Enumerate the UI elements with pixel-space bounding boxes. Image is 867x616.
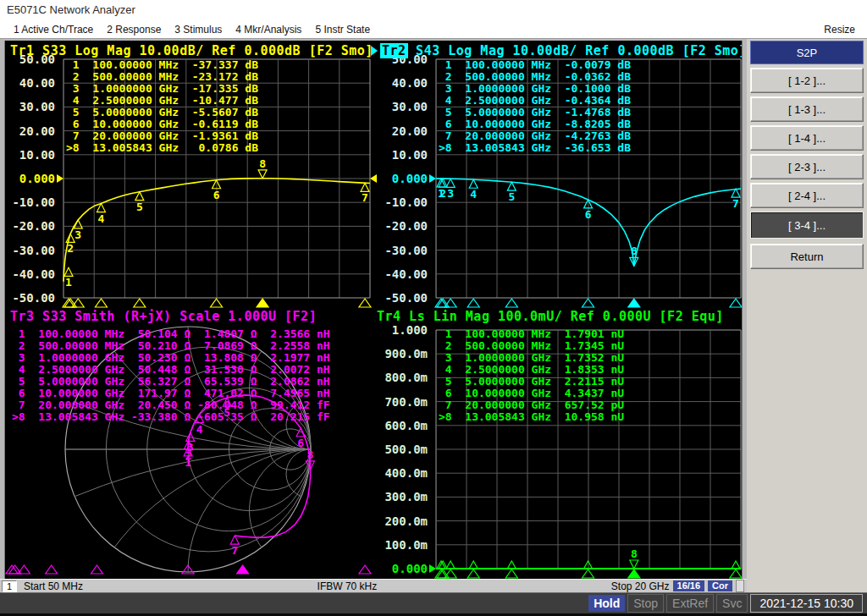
svg-text:8: 8: [307, 448, 314, 461]
svg-text:6: 6: [213, 189, 220, 201]
svg-text:10.00: 10.00: [19, 148, 55, 162]
trace1-format: S33 Log Mag 10.00dB/ Ref 0.000dB [F2 Smo…: [35, 43, 373, 58]
softkey-panel: S2P [ 1-2 ]...[ 1-3 ]...[ 1-4 ]...[ 2-3 …: [747, 39, 867, 592]
svg-text:-30.00: -30.00: [12, 244, 55, 257]
svg-text:-10.00: -10.00: [384, 195, 428, 209]
svg-text:5: 5: [136, 201, 143, 213]
svg-text:30.00: 30.00: [19, 100, 55, 113]
trace2-marker-table: 1 100.00000 MHz -0.0079 dB 2 500.00000 M…: [439, 59, 631, 154]
svg-text:4: 4: [98, 212, 105, 225]
svg-text:4: 4: [470, 188, 477, 201]
softkey-button-3-4[interactable]: [ 3-4 ]...: [750, 212, 864, 239]
trace2-header: Tr2 S43 Log Mag 10.00dB/ Ref 0.000dB [F2…: [371, 43, 747, 57]
trace1-header: Tr1 S33 Log Mag 10.00dB/ Ref 0.000dB [F2…: [10, 43, 373, 57]
trace3-name: Tr3: [10, 309, 35, 324]
trace4-name: Tr4: [377, 309, 401, 324]
trace4-marker-table: 1 100.00000 MHz 1.7901 nU 2 500.00000 MH…: [439, 328, 624, 423]
trace1-name: Tr1: [10, 43, 35, 58]
svg-text:-50.00: -50.00: [12, 291, 55, 305]
svg-text:400.0m: 400.0m: [384, 466, 428, 480]
trace2-name: Tr2: [380, 43, 408, 58]
softkey-button-1-3[interactable]: [ 1-3 ]...: [750, 96, 864, 122]
start-frequency: Start 50 MHz: [24, 580, 83, 592]
svg-text:2: 2: [67, 242, 74, 255]
trace3-marker-table: 1 100.00000 MHz 50.104 Ω 1.4807 Ω 2.3566…: [12, 328, 330, 423]
channel-status-bar: 1 Start 50 MHz IFBW 70 kHz Stop 20 GHz 1…: [0, 579, 747, 592]
svg-text:1.000: 1.000: [392, 323, 428, 337]
svg-text:7: 7: [362, 191, 368, 204]
svg-text:-10.00: -10.00: [12, 195, 55, 209]
svg-text:2: 2: [439, 187, 446, 200]
svg-text:-40.00: -40.00: [12, 267, 55, 281]
trace3-header: Tr3 S33 Smith (R+jX) Scale 1.000U [F2]: [10, 309, 317, 322]
screen-left-frame: [0, 39, 5, 579]
svg-text:7: 7: [732, 197, 739, 210]
svg-text:0.000: 0.000: [392, 562, 428, 575]
svg-text:6: 6: [585, 208, 592, 221]
menu-stimulus[interactable]: 3 Stimulus: [174, 24, 222, 36]
svg-text:8: 8: [631, 245, 638, 257]
svg-text:3: 3: [75, 228, 81, 241]
svg-text:8: 8: [631, 547, 638, 560]
softkey-button-2-4[interactable]: [ 2-4 ]...: [750, 183, 864, 208]
stop-indicator: Stop: [627, 594, 664, 613]
svg-text:-20.00: -20.00: [12, 219, 55, 233]
resize-button[interactable]: Resize: [824, 24, 855, 36]
svg-text:20.00: 20.00: [19, 124, 55, 138]
trace4-format: Ls Lin Mag 100.0mU/ Ref 0.000U [F2 Equ]: [401, 309, 724, 324]
softkey-button-2-3[interactable]: [ 2-3 ]...: [750, 154, 864, 179]
softkey-button-1-2[interactable]: [ 1-2 ]...: [750, 68, 864, 93]
svg-text:700.0m: 700.0m: [384, 395, 428, 409]
menu-active-ch-trace[interactable]: 1 Active Ch/Trace: [14, 24, 93, 36]
svg-text:3: 3: [447, 187, 454, 200]
svg-text:200.0m: 200.0m: [384, 514, 428, 528]
extref-indicator: ExtRef: [666, 594, 714, 613]
svg-text:0.000: 0.000: [19, 172, 55, 185]
screen-top-frame: [0, 39, 747, 41]
svg-text:10.00: 10.00: [392, 148, 428, 162]
svc-indicator: Svc: [716, 594, 748, 613]
menu-mkr-analysis[interactable]: 4 Mkr/Analysis: [235, 24, 301, 36]
menu-instr-state[interactable]: 5 Instr State: [315, 24, 370, 36]
application-window: E5071C Network Analyzer 1 Active Ch/Trac…: [0, 0, 867, 616]
sweep-points-badge: 16/16: [673, 580, 705, 591]
stop-frequency: Stop 20 GHz: [611, 580, 670, 592]
window-title: E5071C Network Analyzer: [0, 0, 867, 20]
active-trace-arrow-icon: [371, 46, 378, 56]
menu-bar: 1 Active Ch/Trace 2 Response 3 Stimulus …: [0, 20, 867, 39]
hold-indicator: Hold: [588, 595, 625, 612]
trace3-format: S33 Smith (R+jX) Scale 1.000U [F2]: [35, 309, 318, 324]
channel-number: 1: [2, 580, 17, 592]
svg-text:0.000: 0.000: [392, 172, 428, 185]
svg-text:40.00: 40.00: [392, 76, 428, 90]
svg-text:100.0m: 100.0m: [384, 538, 428, 552]
ifbw-label: IFBW 70 kHz: [318, 580, 378, 592]
svg-text:800.0m: 800.0m: [384, 371, 428, 384]
correction-badge: Cor: [708, 580, 732, 591]
analyzer-screen: 50.0040.0030.0020.0010.000.000-10.00-20.…: [0, 39, 747, 592]
svg-text:5: 5: [508, 190, 515, 203]
status-end-box: [736, 580, 744, 592]
svg-text:30.00: 30.00: [392, 100, 428, 113]
svg-text:8: 8: [259, 157, 266, 170]
softkey-list: [ 1-2 ]...[ 1-3 ]...[ 1-4 ]...[ 2-3 ]...…: [750, 68, 864, 239]
svg-text:4: 4: [196, 423, 203, 436]
softkey-button-1-4[interactable]: [ 1-4 ]...: [750, 125, 864, 151]
svg-text:6: 6: [297, 437, 304, 449]
svg-text:-20.00: -20.00: [384, 219, 428, 233]
svg-text:900.0m: 900.0m: [384, 347, 428, 360]
svg-text:3: 3: [187, 441, 194, 454]
svg-text:600.0m: 600.0m: [384, 419, 428, 432]
menu-response[interactable]: 2 Response: [107, 24, 161, 36]
svg-text:1: 1: [65, 276, 72, 289]
svg-text:-30.00: -30.00: [384, 244, 428, 257]
svg-text:-40.00: -40.00: [384, 267, 428, 281]
datetime-display: 2021-12-15 10:30: [750, 594, 863, 613]
svg-text:500.0m: 500.0m: [384, 443, 428, 456]
svg-text:7: 7: [231, 544, 238, 557]
trace4-header: Tr4 Ls Lin Mag 100.0mU/ Ref 0.000U [F2 E…: [377, 309, 724, 322]
svg-text:300.0m: 300.0m: [384, 490, 428, 503]
return-button[interactable]: Return: [750, 244, 864, 269]
svg-text:-50.00: -50.00: [384, 291, 428, 305]
softkey-menu-title: S2P: [750, 41, 864, 64]
